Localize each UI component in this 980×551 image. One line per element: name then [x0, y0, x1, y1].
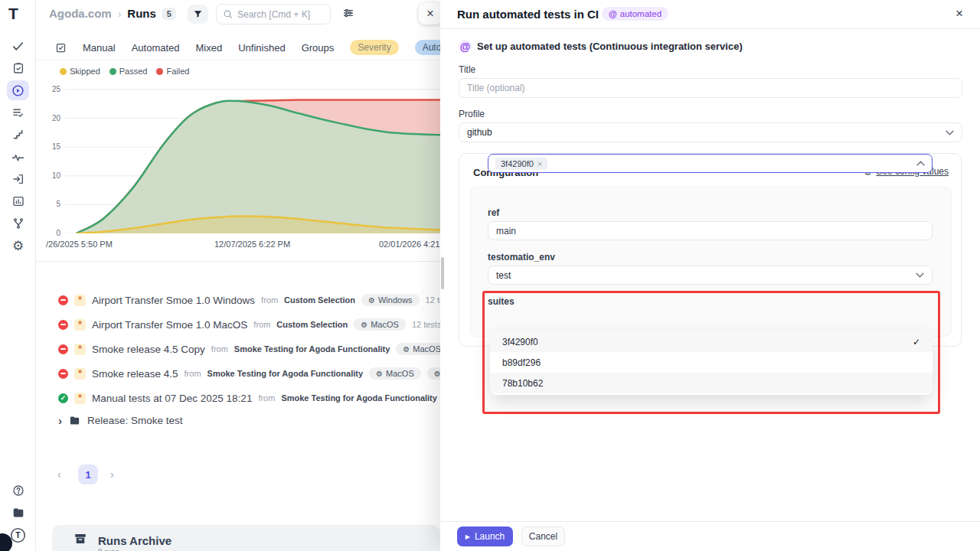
- automated-badge: @ automated: [602, 7, 668, 21]
- breadcrumb-project[interactable]: Agoda.com: [49, 7, 112, 20]
- run-title: Smoke release 4.5: [92, 368, 178, 380]
- search-box[interactable]: [216, 4, 331, 24]
- suites-multiselect[interactable]: 3f4290f0 ×: [488, 154, 933, 173]
- automated-badge-label: automated: [620, 9, 662, 18]
- env-select[interactable]: test: [488, 266, 933, 285]
- run-source: Smoke Testing for Agoda Functionality: [234, 344, 390, 354]
- run-title: Airport Transfer Smoe 1.0 Windows: [92, 295, 255, 306]
- spark-icon: *: [74, 368, 86, 380]
- scrollbar-thumb[interactable]: [441, 257, 444, 289]
- branch-icon[interactable]: [7, 214, 29, 233]
- breadcrumb: Agoda.com › Runs 5: [49, 7, 176, 20]
- tab-groups[interactable]: Groups: [302, 42, 335, 54]
- run-source: Smoke Testing for Agoda Functionality: [207, 369, 364, 378]
- x-tick-label: 12/07/2025 6:22 PM: [214, 240, 290, 249]
- y-tick-label: 20: [38, 114, 60, 122]
- run-tests-count: 12 tests: [412, 320, 440, 329]
- archive-title: Runs Archive: [98, 534, 172, 547]
- help-icon[interactable]: [7, 481, 29, 500]
- run-row[interactable]: *Airport Transfer Smoe 1.0 MacOSfromCust…: [36, 312, 440, 337]
- section-divider: [36, 261, 440, 262]
- folder-icon[interactable]: [7, 503, 29, 523]
- search-input[interactable]: [237, 9, 322, 20]
- drawer-footer: ▶ Launch Cancel: [440, 521, 980, 551]
- run-row[interactable]: *Smoke release 4.5 CopyfromSmoke Testing…: [36, 337, 440, 361]
- steps-icon[interactable]: [7, 125, 29, 145]
- close-icon[interactable]: ×: [956, 6, 963, 21]
- env-field-label: testomatio_env: [488, 252, 555, 262]
- spark-icon: *: [74, 295, 86, 306]
- check-icon: ✓: [913, 337, 920, 347]
- filter-button[interactable]: [188, 5, 208, 24]
- archive-subtitle: 8 runs: [98, 548, 119, 551]
- gear-icon: ⚙: [368, 296, 375, 305]
- launch-button[interactable]: ▶ Launch: [457, 527, 513, 546]
- profile-select[interactable]: github: [459, 122, 962, 142]
- run-from-label: from: [185, 369, 201, 378]
- suites-option-78b10b62[interactable]: 78b10b62: [490, 373, 933, 393]
- cancel-button[interactable]: Cancel: [521, 527, 565, 546]
- legend-item-passed: Passed: [109, 67, 148, 76]
- play-circle-icon[interactable]: [7, 80, 29, 100]
- run-row[interactable]: *Airport Transfer Smoe 1.0 WindowsfromCu…: [36, 288, 440, 312]
- run-from-label: from: [253, 320, 270, 329]
- x-tick-label: /26/2025 5:50 PM: [46, 240, 113, 249]
- import-icon[interactable]: [7, 169, 29, 189]
- suites-field-label: suites: [488, 296, 514, 307]
- filter-badge-automatable[interactable]: Automatable: [415, 40, 440, 55]
- page-next-button[interactable]: ›: [110, 468, 114, 481]
- breadcrumb-section[interactable]: Runs: [127, 7, 156, 20]
- gear-icon[interactable]: ⚙: [7, 236, 29, 256]
- check-icon[interactable]: [7, 36, 29, 56]
- run-source: Custom Selection: [276, 320, 348, 329]
- tab-manual[interactable]: Manual: [83, 42, 116, 54]
- suite-tag: 3f4290f0 ×: [495, 158, 547, 170]
- gear-icon: ⚙: [403, 345, 410, 354]
- gear-icon: ⚙: [434, 370, 440, 378]
- pulse-icon[interactable]: [7, 147, 29, 167]
- svg-text:T: T: [15, 530, 21, 540]
- release-folder-row[interactable]: › Release: Smoke test: [58, 414, 183, 427]
- run-from-label: from: [211, 344, 228, 354]
- page-current[interactable]: 1: [78, 465, 98, 484]
- run-tests-count: 12 tests: [426, 295, 440, 305]
- list-check-icon[interactable]: [7, 103, 29, 122]
- ref-field-label: ref: [488, 207, 499, 218]
- run-row[interactable]: ✓*Manual tests at 07 Dec 2025 18:21fromS…: [36, 386, 440, 410]
- select-all-icon[interactable]: [55, 42, 67, 54]
- status-failed-icon: [58, 369, 68, 379]
- run-source: Smoke Testing for Agoda Functionality: [281, 393, 437, 403]
- drawer-edge-close-button[interactable]: ×: [419, 3, 440, 24]
- env-badge-macos: ⚙MacOS: [354, 318, 406, 331]
- legend-item-failed: Failed: [156, 67, 189, 76]
- legend-item-skipped: Skipped: [60, 67, 100, 76]
- ci-section-title: Set up automated tests (Continuous integ…: [477, 41, 743, 52]
- clipboard-check-icon[interactable]: [7, 58, 29, 78]
- tab-mixed[interactable]: Mixed: [196, 42, 223, 54]
- legend-dot: [60, 68, 67, 75]
- brand-logo: T: [8, 5, 18, 23]
- bar-chart-icon[interactable]: [7, 191, 29, 211]
- env-badge-chrome: ⚙Chrome: [427, 367, 440, 380]
- chevron-right-icon[interactable]: ›: [58, 414, 62, 427]
- sidebar: T ⚙: [0, 0, 36, 551]
- sliders-icon[interactable]: [342, 7, 354, 22]
- ref-field-input[interactable]: [488, 221, 933, 240]
- env-badge-macos: ⚙MacOS: [369, 367, 421, 380]
- pagination: ‹ 1 ›: [36, 459, 189, 490]
- title-field-input[interactable]: [459, 78, 962, 98]
- tab-automated[interactable]: Automated: [132, 42, 180, 54]
- automated-icon: @: [609, 9, 617, 18]
- page-prev-button[interactable]: ‹: [57, 468, 61, 481]
- suites-option-3f4290f0[interactable]: 3f4290f0✓: [490, 331, 933, 352]
- run-title: Manual tests at 07 Dec 2025 18:21: [92, 393, 252, 404]
- remove-tag-icon[interactable]: ×: [537, 159, 542, 168]
- suites-option-b89df296[interactable]: b89df296: [490, 352, 933, 373]
- gear-icon: ⚙: [361, 321, 368, 329]
- tab-unfinished[interactable]: Unfinished: [238, 42, 285, 54]
- runs-archive-bar[interactable]: Runs Archive 8 runs: [52, 525, 440, 551]
- filter-badge-severity[interactable]: Severity: [350, 40, 398, 55]
- run-row[interactable]: *Smoke release 4.5fromSmoke Testing for …: [36, 361, 440, 386]
- y-tick-label: 25: [38, 85, 60, 93]
- y-tick-label: 15: [38, 142, 60, 151]
